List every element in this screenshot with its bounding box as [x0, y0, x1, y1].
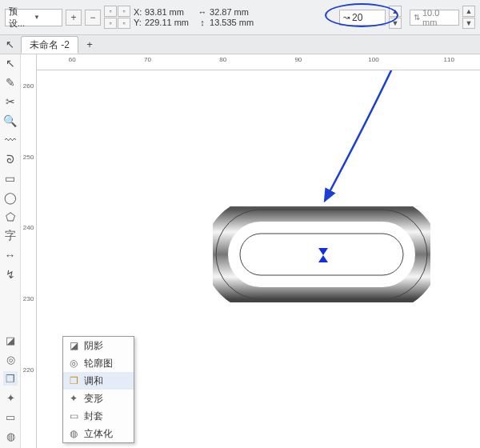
toolbox-effects: ◪ ◎ ❐ ✦ ▭ ◍ [0, 333, 21, 448]
interactive-tools-flyout: ◪阴影 ◎轮廓图 ❐调和 ✦变形 ▭封套 ◍立体化 [62, 336, 134, 443]
ruler-v-tick: 240 [21, 224, 36, 231]
toolbox: ↖ ✎ ✂ 🔍 〰 ᘐ ▭ ◯ ⬠ 字 ↔ ↯ ◪ ◎ ❐ ✦ ▭ ◍ [0, 54, 21, 448]
extrude-icon: ◍ [68, 428, 79, 439]
spacing-spinner[interactable]: ▲▼ [462, 6, 475, 29]
envelope-icon: ▭ [68, 410, 79, 422]
contour-icon: ◎ [68, 358, 79, 369]
artistic-media-icon[interactable]: ᘐ [3, 152, 18, 166]
blend-spacing-value: 10.0 mm [422, 8, 455, 27]
ruler-v-tick: 250 [21, 153, 36, 160]
menu-item-extrude[interactable]: ◍立体化 [63, 425, 134, 442]
x-value[interactable]: 93.81 mm [145, 7, 184, 17]
extrude-icon[interactable]: ◍ [3, 429, 18, 443]
ruler-horizontal: 60 70 80 90 100 110 [37, 54, 480, 70]
drop-shadow-icon[interactable]: ◪ [3, 333, 18, 347]
chevron-down-icon: ▼ [34, 14, 58, 21]
height-value[interactable]: 13.535 mm [210, 18, 254, 27]
blend-steps-field[interactable]: ↝ 20 [339, 10, 386, 26]
callout-arrow [293, 70, 453, 229]
ruler-v-tick: 220 [21, 366, 36, 373]
freehand-tool-icon[interactable]: 〰 [3, 133, 18, 147]
width-value[interactable]: 32.87 mm [210, 7, 249, 17]
ellipse-tool-icon[interactable]: ◯ [3, 190, 18, 205]
preset-add-button[interactable]: + [66, 10, 82, 26]
blend-steps-field-wrap: ↝ 20 [339, 10, 386, 26]
align-grid-icon[interactable]: ▫▫ ▫▫ [104, 6, 130, 29]
blend-steps-value: 20 [352, 12, 362, 23]
ruler-v-tick: 260 [21, 82, 36, 90]
preset-remove-button[interactable]: − [85, 10, 101, 26]
crop-tool-icon[interactable]: ✂ [3, 94, 18, 109]
y-value[interactable]: 229.11 mm [145, 18, 189, 27]
shadow-icon: ◪ [68, 340, 79, 351]
envelope-icon[interactable]: ▭ [3, 410, 18, 424]
ruler-h-tick: 100 [368, 56, 378, 63]
blend-tool-icon[interactable]: ❐ [3, 371, 18, 386]
width-arrow-icon: ↔ [197, 7, 208, 17]
blend-icon: ❐ [68, 375, 79, 386]
preset-label: 预设... [9, 6, 34, 30]
menu-item-blend[interactable]: ❐调和 [63, 372, 134, 390]
ruler-h-tick: 110 [444, 56, 454, 63]
y-label: Y: [134, 18, 143, 27]
preset-dropdown[interactable]: 预设... ▼ [5, 9, 62, 26]
menu-item-label: 调和 [84, 374, 103, 388]
pick-tool-icon[interactable]: ↖ [3, 38, 16, 51]
menu-item-contour[interactable]: ◎轮廓图 [63, 354, 134, 372]
contour-icon[interactable]: ◎ [3, 352, 18, 366]
text-tool-icon[interactable]: 字 [3, 229, 18, 243]
distort-icon[interactable]: ✦ [3, 390, 18, 405]
height-arrow-icon: ↕ [197, 18, 208, 27]
document-tabs: ↖ 未命名 -2 + [0, 35, 480, 54]
zoom-tool-icon[interactable]: 🔍 [3, 114, 18, 128]
blend-spacing-field[interactable]: ⇅ 10.0 mm [410, 10, 459, 26]
blend-center-handle-icon[interactable] [318, 248, 328, 262]
rectangle-tool-icon[interactable]: ▭ [3, 171, 18, 186]
ruler-h-tick: 70 [144, 56, 151, 63]
canvas-area: 60 70 80 90 100 110 [37, 54, 480, 448]
polygon-tool-icon[interactable]: ⬠ [3, 210, 18, 224]
ruler-h-tick: 90 [294, 56, 302, 63]
ruler-h-tick: 60 [69, 56, 76, 63]
x-label: X: [134, 7, 143, 17]
steps-spinner[interactable]: ▲▼ [389, 6, 402, 29]
menu-item-distort[interactable]: ✦变形 [63, 390, 134, 407]
main-area: ↖ ✎ ✂ 🔍 〰 ᘐ ▭ ◯ ⬠ 字 ↔ ↯ ◪ ◎ ❐ ✦ ▭ ◍ 260 … [0, 54, 480, 448]
menu-item-envelope[interactable]: ▭封套 [63, 407, 134, 425]
menu-item-label: 立体化 [84, 427, 113, 441]
connector-tool-icon[interactable]: ↯ [3, 267, 18, 282]
dimension-tool-icon[interactable]: ↔ [3, 248, 18, 262]
position-readout: X:93.81 mm Y:229.11 mm [134, 7, 189, 27]
property-bar: 预设... ▼ + − ▫▫ ▫▫ X:93.81 mm Y:229.11 mm… [0, 0, 480, 35]
distort-icon: ✦ [68, 393, 79, 404]
menu-item-label: 轮廓图 [84, 357, 113, 370]
menu-item-shadow[interactable]: ◪阴影 [63, 337, 134, 354]
ruler-v-tick: 230 [21, 295, 36, 302]
blend-spacing-icon: ⇅ [414, 13, 420, 22]
ruler-h-tick: 80 [219, 56, 226, 63]
menu-item-label: 变形 [84, 392, 103, 406]
document-tab[interactable]: 未命名 -2 [21, 36, 78, 54]
shape-tool-icon[interactable]: ✎ [3, 75, 18, 90]
new-tab-button[interactable]: + [83, 38, 96, 51]
document-title: 未命名 -2 [30, 38, 70, 52]
canvas[interactable]: ◪阴影 ◎轮廓图 ❐调和 ✦变形 ▭封套 ◍立体化 [37, 70, 480, 448]
pick-tool-icon[interactable]: ↖ [3, 56, 18, 70]
blend-steps-icon: ↝ [343, 13, 350, 22]
ruler-vertical: 260 250 240 230 220 [21, 54, 37, 448]
menu-item-label: 阴影 [84, 339, 103, 353]
menu-item-label: 封套 [84, 410, 103, 423]
size-readout: ↔32.87 mm ↕13.535 mm [197, 7, 254, 27]
